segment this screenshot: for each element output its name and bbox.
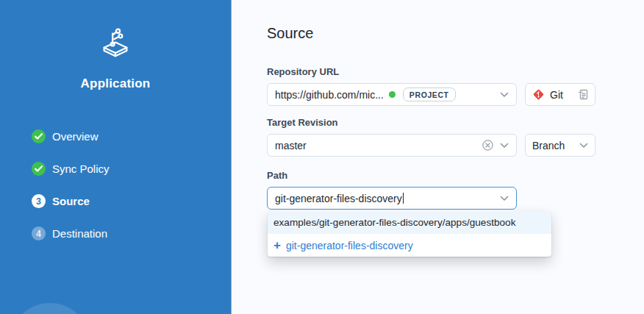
repository-url-value: https://github.com/mic... <box>275 89 384 101</box>
step-source[interactable]: 3 Source <box>32 194 231 208</box>
step-overview[interactable]: Overview <box>32 129 231 143</box>
step-label: Destination <box>52 227 107 240</box>
clear-input-icon[interactable] <box>482 139 494 151</box>
path-label: Path <box>267 170 644 181</box>
wizard-steps: Overview Sync Policy 3 Source 4 Destinat… <box>32 129 231 240</box>
step-label: Sync Policy <box>52 163 110 175</box>
path-field: Path git-generator-files-discovery examp… <box>267 170 644 210</box>
source-step-panel: Source Repository URL https://github.com… <box>232 0 644 314</box>
path-create-item[interactable]: + git-generator-files-discovery <box>268 234 551 257</box>
repo-type-label: Git <box>550 89 563 101</box>
plus-icon: + <box>273 239 281 251</box>
repo-type-button[interactable]: Git <box>525 83 595 106</box>
chevron-down-icon <box>579 143 588 149</box>
text-cursor <box>403 193 404 204</box>
wizard-sidebar: Application Overview Sync Policy 3 Sourc… <box>0 0 232 314</box>
application-box-icon <box>99 26 132 60</box>
revision-type-select[interactable]: Branch <box>525 134 595 157</box>
chevron-down-icon[interactable] <box>500 92 509 98</box>
git-logo-icon <box>532 88 545 101</box>
repository-url-label: Repository URL <box>267 66 644 77</box>
create-label: git-generator-files-discovery <box>286 240 413 251</box>
repository-url-field: Repository URL https://github.com/mic...… <box>267 66 644 106</box>
repo-switcher-icon[interactable] <box>578 89 588 100</box>
project-scope-badge: PROJECT <box>403 88 456 101</box>
target-revision-value: master <box>275 140 307 151</box>
wizard-title: Application <box>0 76 231 91</box>
step-label: Overview <box>52 130 99 143</box>
step-destination[interactable]: 4 Destination <box>32 226 231 240</box>
path-value: git-generator-files-discovery <box>275 193 402 204</box>
chevron-down-icon[interactable] <box>500 196 509 201</box>
step-complete-icon <box>32 162 46 176</box>
repository-url-input[interactable]: https://github.com/mic... PROJECT <box>267 83 517 106</box>
target-revision-input[interactable]: master <box>267 134 517 157</box>
page-title: Source <box>267 25 644 42</box>
path-suggestions-dropdown: examples/git-generator-files-discovery/a… <box>268 211 551 257</box>
chevron-down-icon[interactable] <box>500 143 509 149</box>
step-number-badge: 4 <box>32 226 46 240</box>
application-wizard: Application Overview Sync Policy 3 Sourc… <box>0 0 644 314</box>
revision-type-label: Branch <box>532 140 565 151</box>
step-number-badge: 3 <box>32 194 46 208</box>
decorative-circle <box>10 303 90 314</box>
repo-connected-dot <box>389 91 396 98</box>
path-input[interactable]: git-generator-files-discovery <box>267 187 517 210</box>
step-label: Source <box>52 195 90 207</box>
target-revision-label: Target Revision <box>267 117 644 128</box>
step-sync-policy[interactable]: Sync Policy <box>32 162 231 176</box>
suggestion-label: examples/git-generator-files-discovery/a… <box>273 217 515 228</box>
step-complete-icon <box>32 129 46 143</box>
target-revision-field: Target Revision master Branch <box>267 117 644 157</box>
path-suggestion-item[interactable]: examples/git-generator-files-discovery/a… <box>268 211 551 234</box>
